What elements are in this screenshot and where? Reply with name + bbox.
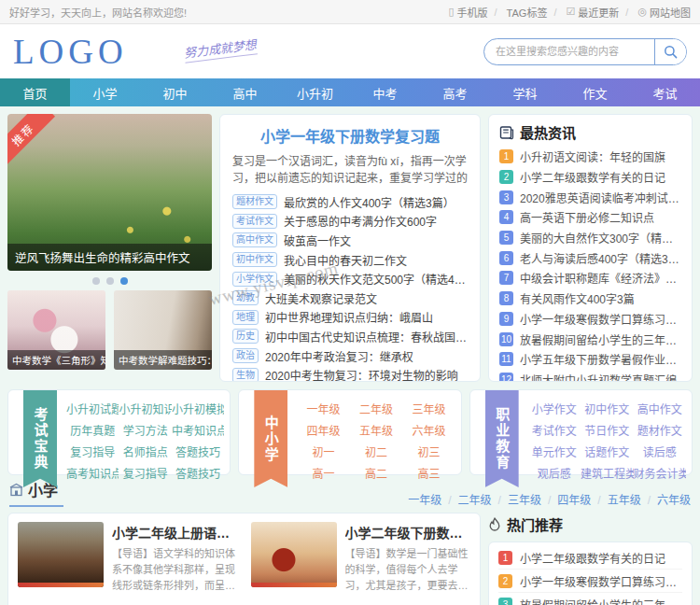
- category-tag[interactable]: 初中作文: [232, 252, 277, 267]
- article-title[interactable]: 小学二年级上册语文第七单: [112, 523, 238, 542]
- news-link[interactable]: 小学一年级寒假数学口算练习题三篇: [520, 311, 681, 327]
- news-link[interactable]: 小学二年级跟数学有关的日记: [520, 550, 665, 566]
- nav-item-senior[interactable]: 高中: [210, 78, 280, 106]
- article-link[interactable]: 初中中国古代史知识点梳理：春秋战国(东周): [265, 329, 468, 345]
- feature-title[interactable]: 小学一年级下册数学复习题: [232, 124, 468, 147]
- box-link[interactable]: 小升初试题: [66, 401, 119, 416]
- nav-item-essays[interactable]: 作文: [560, 78, 630, 106]
- box-link[interactable]: 中考知识点: [172, 422, 224, 438]
- box-link[interactable]: 节日作文: [581, 422, 633, 438]
- sitemap-link[interactable]: ◎网站地图: [619, 5, 691, 20]
- box-link[interactable]: 小学作文: [528, 401, 581, 416]
- box-link[interactable]: 复习指导: [66, 443, 119, 459]
- box-link[interactable]: 小升初知识点: [119, 401, 171, 416]
- box-link[interactable]: 建筑工程类: [581, 465, 633, 481]
- nav-item-subjects[interactable]: 学科: [490, 78, 560, 106]
- search-button[interactable]: [654, 39, 686, 64]
- news-link[interactable]: 放暑假期间留给小学生的三年级英语作文范: [520, 597, 682, 605]
- box-link[interactable]: 初一: [297, 443, 349, 459]
- thumb-article-1[interactable]: 中考数学《三角形》知识: [7, 290, 105, 370]
- grade-link-3[interactable]: 三年级: [492, 491, 541, 507]
- thumb-article-2[interactable]: 中考数学解难题技巧：确保: [114, 290, 212, 370]
- carousel-dot[interactable]: [92, 277, 100, 285]
- article-link[interactable]: 2020年中考政治复习：继承权: [265, 348, 413, 364]
- category-tag[interactable]: 题材作文: [232, 194, 277, 209]
- news-link[interactable]: 2020雅思英语阅读临考冲刺试题附答案: [520, 190, 681, 205]
- box-link[interactable]: 一年级: [297, 401, 349, 416]
- box-link[interactable]: 观后感: [528, 465, 581, 481]
- site-logo[interactable]: LOGO: [13, 32, 128, 72]
- box-link[interactable]: 学习方法: [119, 422, 171, 438]
- category-tag[interactable]: 政治: [232, 348, 259, 363]
- category-tag[interactable]: 小学作文: [232, 272, 277, 287]
- box-link[interactable]: 高三: [402, 465, 455, 481]
- box-link[interactable]: 初二: [350, 443, 402, 459]
- box-link[interactable]: 三年级: [402, 401, 455, 416]
- tag-link[interactable]: TAG标签: [488, 5, 548, 20]
- carousel-slide[interactable]: 推荐 逆风飞扬舞出生命的精彩高中作文: [7, 114, 212, 271]
- news-link[interactable]: 小升初语文阅读：年轻的国旗: [520, 148, 665, 164]
- article-image[interactable]: [251, 522, 337, 587]
- box-link[interactable]: 复习指导: [119, 465, 171, 481]
- grade-link-2[interactable]: 二年级: [441, 491, 491, 507]
- box-link[interactable]: 四年级: [297, 422, 349, 438]
- news-link[interactable]: 北师大附中小升初数学真题汇编: [520, 372, 677, 382]
- recent-updates-link[interactable]: ☑最近更新: [547, 5, 619, 20]
- box-link[interactable]: 小升初模拟题: [172, 401, 224, 416]
- news-link[interactable]: 小学五年级下册数学暑假作业答案【20-61: [520, 351, 681, 367]
- category-tag[interactable]: 高中作文: [232, 232, 277, 247]
- article-link[interactable]: 关于感恩的中考满分作文600字: [284, 213, 437, 229]
- box-link[interactable]: 高中作文: [634, 401, 686, 416]
- nav-item-gaokao[interactable]: 高考: [420, 78, 490, 106]
- news-link[interactable]: 老人与海读后感400字（精选3篇）: [520, 250, 681, 266]
- box-link[interactable]: 高考知识点: [66, 465, 119, 481]
- box-link[interactable]: 题材作文: [634, 422, 686, 438]
- category-tag[interactable]: 幼教: [232, 290, 259, 305]
- news-link[interactable]: 中级会计职称题库《经济法》检测题: [520, 270, 681, 286]
- grade-link-1[interactable]: 一年级: [408, 491, 441, 507]
- box-link[interactable]: 答题技巧: [172, 443, 224, 459]
- grade-link-6[interactable]: 六年级: [641, 491, 691, 507]
- nav-item-exams[interactable]: 考试: [630, 78, 700, 106]
- box-link[interactable]: 高二: [350, 465, 402, 481]
- nav-item-home[interactable]: 首页: [0, 78, 70, 106]
- category-tag[interactable]: 考试作文: [232, 214, 277, 229]
- box-link[interactable]: 名师指点: [119, 443, 171, 459]
- box-link[interactable]: 五年级: [350, 422, 402, 438]
- article-link[interactable]: 破茧高一作文: [284, 232, 351, 248]
- news-link[interactable]: 小学一年级寒假数学口算练习题三篇: [520, 573, 682, 589]
- news-link[interactable]: 放暑假期间留给小学生的三年级英语作文范文: [520, 331, 681, 347]
- box-link[interactable]: 历年真题: [66, 422, 119, 438]
- box-link[interactable]: 单元作文: [528, 443, 581, 459]
- search-input[interactable]: [484, 39, 654, 64]
- news-link[interactable]: 高一英语下册必修二知识点: [520, 209, 654, 225]
- grade-link-5[interactable]: 五年级: [591, 491, 640, 507]
- news-link[interactable]: 有关风雨作文400字3篇: [520, 290, 635, 306]
- article-link[interactable]: 我心目中的春天初二作文: [284, 252, 407, 268]
- mobile-version-link[interactable]: ▯手机版: [448, 5, 487, 20]
- box-link[interactable]: 高一: [297, 465, 349, 481]
- carousel-dot-active[interactable]: [120, 277, 128, 285]
- box-link[interactable]: 初中作文: [581, 401, 633, 416]
- box-link[interactable]: 答题技巧: [172, 465, 224, 481]
- nav-item-primary[interactable]: 小学: [70, 78, 140, 106]
- box-link[interactable]: 二年级: [350, 401, 402, 416]
- category-tag[interactable]: 历史: [232, 329, 259, 344]
- box-link[interactable]: 财务会计类: [634, 465, 686, 481]
- nav-item-zhongkao[interactable]: 中考: [350, 78, 420, 106]
- article-link[interactable]: 美丽的秋天作文范文500字（精选4篇）: [284, 271, 468, 287]
- article-link[interactable]: 最欣赏的人作文400字（精选3篇）: [284, 194, 455, 210]
- nav-item-xiaoshengchu[interactable]: 小升初: [280, 78, 350, 106]
- grade-link-4[interactable]: 四年级: [541, 491, 591, 507]
- article-link[interactable]: 大班美术观察记录范文: [265, 290, 377, 306]
- carousel-caption[interactable]: 逆风飞扬舞出生命的精彩高中作文: [7, 244, 212, 271]
- category-tag[interactable]: 地理: [232, 310, 259, 325]
- box-link[interactable]: 初三: [402, 443, 455, 459]
- article-image[interactable]: [18, 522, 104, 587]
- category-tag[interactable]: 生物: [232, 368, 259, 382]
- article-title[interactable]: 小学二年级下册数学各单元: [345, 523, 471, 542]
- box-link[interactable]: 话题作文: [581, 443, 633, 459]
- box-link[interactable]: 考试作文: [528, 422, 581, 438]
- carousel-dot[interactable]: [106, 277, 114, 285]
- box-link[interactable]: 读后感: [634, 443, 686, 459]
